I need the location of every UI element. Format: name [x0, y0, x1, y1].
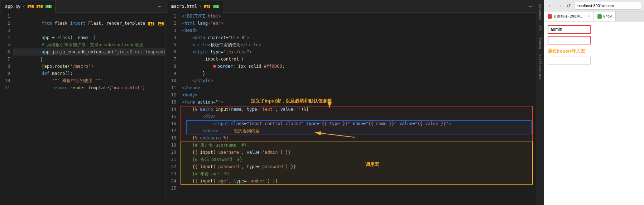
right-code-lines[interactable]: <!DOCTYPE html> <html lang="en"> <head> … — [179, 13, 536, 205]
tab-menu-btn-left[interactable]: ⋯ — [156, 3, 163, 9]
tab-app-py-close[interactable]: × — [23, 4, 25, 8]
left-code-area: 1 2 3 4 5 6 7 8 9 10 11 from flask impor… — [0, 13, 165, 205]
browser-username-input[interactable] — [548, 25, 591, 34]
annotation-macro-call: 调用宏 — [365, 161, 379, 168]
left-code-lines[interactable]: from flask import Flask, render_template… — [13, 13, 165, 205]
browser-toolbar: ← → ↺ — [544, 0, 644, 11]
tab-app-py[interactable]: app.py × ▲1 ▲1 ✓1 — [1, 0, 56, 13]
rc-1: <!DOCTYPE html> — [179, 13, 536, 20]
baidu-tab-icon — [548, 14, 552, 19]
rc-2: <html lang="en"> — [179, 20, 536, 27]
rc-7: .input-control { — [179, 56, 536, 63]
tab-menu-btn-right[interactable]: ⋯ — [527, 3, 534, 9]
sidebar-schema[interactable]: Schema — [538, 34, 543, 52]
ok-badge: ✓1 — [45, 5, 52, 8]
left-tab-bar: app.py × ▲1 ▲1 ✓1 ⋯ — [0, 0, 165, 13]
rc-3: <head> — [179, 27, 536, 34]
annotation-macro-def: 定义了input宏，以及必填和默认值参数 — [251, 98, 332, 104]
browser-tab-grow[interactable]: Grow — [594, 11, 616, 21]
rc-13: <form action=""> — [179, 99, 536, 106]
baidu-tab-label: 百度翻译-200种语... — [553, 14, 586, 19]
rc-19: {# 用户名 username #} — [179, 142, 536, 149]
rc-8: border: 1px solid #ff0000; — [179, 63, 536, 70]
rc-9: } — [179, 70, 536, 77]
rc-14: {% macro input(name, type='text', value=… — [179, 106, 536, 113]
right-code-area: 1 2 3 4 5 6 7 8 9 10 11 12 13 14 15 16 1… — [166, 13, 536, 205]
rc-22: {{ input('password', type='password') }} — [179, 163, 536, 170]
warn-badge-2: ▲1 — [37, 5, 43, 8]
sidebar-sql[interactable]: SQL — [538, 23, 543, 34]
left-line-numbers: 1 2 3 4 5 6 7 8 9 10 11 — [0, 13, 13, 205]
browser-tabs: 百度翻译-200种语... × Grow — [544, 11, 644, 22]
right-tab-bar: macro.html × ▲3 ✓1 ⋯ — [166, 0, 536, 13]
browser-import-title: 通过import导入宏 — [548, 48, 640, 54]
browser-url-input[interactable] — [574, 2, 641, 10]
browser-reload-btn[interactable]: ↺ — [566, 3, 572, 9]
rc-23: {# 年龄 age #} — [179, 170, 536, 177]
browser-back-btn[interactable]: ← — [547, 3, 554, 9]
browser-password-input[interactable] — [548, 36, 591, 44]
browser-forward-btn[interactable]: → — [556, 3, 563, 9]
rc-5: <title>模板中宏的使用</title> — [179, 41, 536, 48]
rc-16: <input class="input-control class2" type… — [179, 120, 536, 127]
warn-badge-right: ▲3 — [204, 5, 210, 8]
browser-import-input[interactable] — [548, 57, 591, 65]
rc-20: {{ input('username', value='admin') }} — [179, 149, 536, 156]
browser-content: 通过import导入宏 — [544, 22, 644, 205]
ok-badge-right: ✓1 — [213, 5, 219, 8]
rc-15: <div> — [179, 113, 536, 120]
browser-panel: ← → ↺ 百度翻译-200种语... × Grow 通过import导入宏 — [544, 0, 644, 205]
grow-tab-label: Grow — [603, 14, 612, 18]
rc-12: <body> — [179, 91, 536, 99]
grow-tab-icon — [597, 14, 602, 19]
rc-10: </style> — [179, 77, 536, 84]
tab-macro-html-close[interactable]: × — [199, 4, 201, 8]
tab-app-py-label: app.py — [5, 4, 20, 9]
warn-badge-1: ▲1 — [28, 5, 34, 8]
sidebar-database[interactable]: Database — [538, 1, 543, 23]
rc-6: <style type="text/css"> — [179, 48, 536, 56]
rc-21: {# 密码 password #} — [179, 156, 536, 163]
browser-tab-baidu[interactable]: 百度翻译-200种语... × — [544, 11, 594, 21]
rc-17: </div> 宏的返回内容 — [179, 127, 536, 134]
baidu-tab-close[interactable]: × — [588, 14, 590, 18]
tab-macro-html[interactable]: macro.html × ▲3 ✓1 — [168, 0, 223, 13]
rc-24: {{ input('age', type='number') }} — [179, 177, 536, 185]
code-line-1: from flask import Flask, render_template… — [13, 13, 165, 20]
right-line-numbers: 1 2 3 4 5 6 7 8 9 10 11 12 13 14 15 16 1… — [166, 13, 179, 205]
rc-11: </head> — [179, 84, 536, 91]
rc-18: {% endmacro %} — [179, 134, 536, 142]
rc-25 — [179, 185, 536, 192]
tab-macro-html-label: macro.html — [171, 4, 197, 9]
rc-4: <meta charset="UTF-8"> — [179, 34, 536, 41]
sidebar-icons: Database SQL Schema Notifications — [536, 0, 544, 205]
sidebar-notifications[interactable]: Notifications — [538, 52, 543, 82]
